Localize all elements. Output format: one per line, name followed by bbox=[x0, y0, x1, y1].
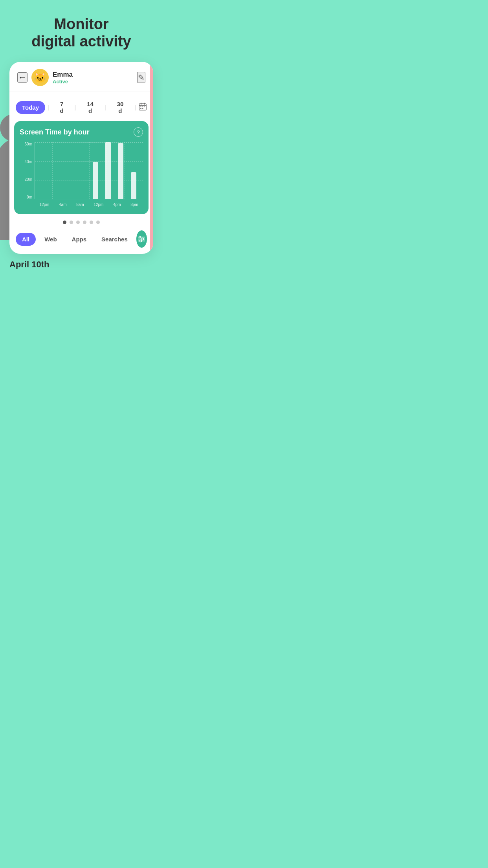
chart-container: 0m 20m 40m 60m bbox=[20, 142, 143, 209]
svg-rect-7 bbox=[140, 108, 141, 108]
bottom-spacer bbox=[0, 270, 163, 285]
svg-point-14 bbox=[140, 240, 142, 242]
user-info: Emma Active bbox=[53, 71, 73, 85]
back-button[interactable]: ← bbox=[17, 72, 28, 83]
avatar: 🐱 bbox=[31, 69, 49, 86]
chart-title: Screen Time by hour bbox=[20, 128, 143, 136]
filter-30d[interactable]: 30 d bbox=[108, 97, 132, 117]
avatar-emoji: 🐱 bbox=[34, 72, 46, 84]
headline-line1: Monitor bbox=[54, 16, 108, 32]
y-label-60: 60m bbox=[20, 142, 34, 146]
user-status: Active bbox=[53, 79, 73, 85]
y-label-20: 20m bbox=[20, 177, 34, 182]
filter-apps[interactable]: Apps bbox=[66, 233, 93, 246]
pagination-dots bbox=[9, 221, 153, 224]
filter-today[interactable]: Today bbox=[16, 101, 45, 114]
y-axis-labels: 0m 20m 40m 60m bbox=[20, 142, 34, 199]
svg-rect-8 bbox=[142, 108, 143, 108]
bottom-filter-bar: All Web Apps Searches bbox=[9, 230, 153, 248]
x-label-8am: 8am bbox=[76, 202, 84, 207]
filter-all[interactable]: All bbox=[16, 233, 36, 246]
chart-card: Screen Time by hour ? 0m 20m 40m 60m bbox=[14, 121, 149, 214]
filter-searches[interactable]: Searches bbox=[95, 233, 134, 246]
filter-14d[interactable]: 14 d bbox=[78, 97, 102, 117]
svg-rect-4 bbox=[140, 107, 141, 107]
x-label-12pm2: 12pm bbox=[94, 202, 103, 207]
svg-rect-6 bbox=[144, 107, 145, 107]
bar-4pm1 bbox=[93, 162, 98, 199]
dot-1[interactable] bbox=[63, 221, 66, 224]
dot-3[interactable] bbox=[76, 221, 80, 224]
pink-strip bbox=[150, 62, 153, 254]
bars-area bbox=[35, 142, 143, 199]
x-axis-labels: 12pm 4am 8am 12pm 4pm 8pm bbox=[35, 200, 143, 209]
filter-web[interactable]: Web bbox=[38, 233, 63, 246]
time-filter-bar: Today | 7 d | 14 d | 30 d | bbox=[9, 92, 153, 121]
headline-line2: digital activity bbox=[31, 33, 131, 50]
card-header: ← 🐱 Emma Active ✎ bbox=[9, 62, 153, 92]
filter-settings-button[interactable] bbox=[136, 230, 147, 248]
bar-8pm2 bbox=[131, 172, 136, 199]
user-name: Emma bbox=[53, 71, 73, 79]
dot-5[interactable] bbox=[90, 221, 93, 224]
svg-point-13 bbox=[142, 238, 144, 240]
x-label-4pm: 4pm bbox=[113, 202, 121, 207]
dot-6[interactable] bbox=[96, 221, 100, 224]
filter-7d[interactable]: 7 d bbox=[51, 97, 72, 117]
bar-4pm2 bbox=[105, 142, 111, 199]
headline-text: Monitor digital activity bbox=[8, 16, 155, 50]
main-card: ← 🐱 Emma Active ✎ Today | 7 d | 14 d | 3… bbox=[9, 62, 153, 254]
svg-point-12 bbox=[139, 236, 141, 238]
background: Monitor digital activity ← 🐱 Emma Active… bbox=[0, 0, 163, 285]
headline-section: Monitor digital activity bbox=[0, 16, 163, 62]
bar-8pm1 bbox=[118, 143, 123, 199]
edit-button[interactable]: ✎ bbox=[137, 72, 145, 83]
dot-4[interactable] bbox=[83, 221, 86, 224]
date-label: April 10th bbox=[0, 254, 163, 270]
x-label-8pm: 8pm bbox=[130, 202, 138, 207]
y-label-40: 40m bbox=[20, 160, 34, 164]
calendar-button[interactable] bbox=[138, 102, 147, 113]
dot-2[interactable] bbox=[70, 221, 73, 224]
svg-rect-5 bbox=[142, 107, 143, 107]
x-label-4am: 4am bbox=[59, 202, 66, 207]
chart-area bbox=[35, 142, 143, 199]
x-label-12pm: 12pm bbox=[39, 202, 49, 207]
y-label-0: 0m bbox=[20, 195, 34, 199]
